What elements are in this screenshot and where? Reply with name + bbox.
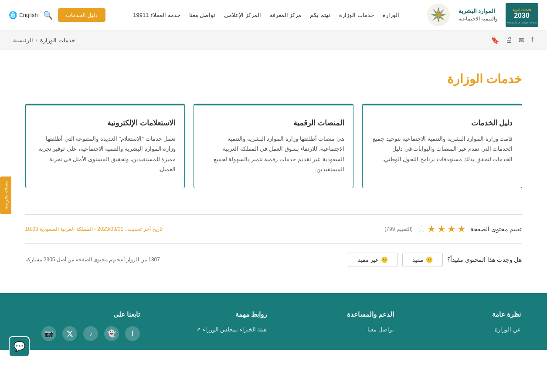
chat-icon: 💬 (14, 341, 25, 350)
footer-link-experts[interactable]: هيئة الخبراء بمجلس الوزراء ↗ (153, 326, 267, 333)
breadcrumb: خدمات الوزارة › الرئيسية (13, 37, 75, 44)
toolbar: ⤴ ✉ 🖨 🔖 خدمات الوزارة › الرئيسية (0, 30, 547, 50)
search-icon: 🔍 (43, 11, 53, 20)
search-button[interactable]: 🔍 (43, 10, 53, 20)
card-title-0: دليل الخدمات (371, 118, 513, 128)
ministry-logo: الموارد البشرية والتنمية الاجتماعية (459, 7, 498, 23)
toolbar-actions: ⤴ ✉ 🖨 🔖 (491, 36, 534, 44)
print-icon: 🖨 (506, 36, 513, 44)
footer-link-about[interactable]: عن الوزارة (407, 326, 521, 333)
nav-care[interactable]: نهتم بكم (310, 12, 330, 18)
feedback-section: هل وجدت هذا المحتوى مفيداً؟ 🙂 مفيد 🙁 غير… (25, 243, 522, 276)
ministry-name: الموارد البشرية (459, 7, 496, 15)
svg-text:VISION الرؤية: VISION الرؤية (513, 8, 531, 12)
not-useful-button[interactable]: 🙁 غير مفيد (348, 253, 398, 267)
rating-section: تقييم محتوى الصفحة ☆ ★ ★ ★ ★ (التقييم 79… (25, 214, 522, 243)
not-useful-label: غير مفيد (358, 257, 378, 263)
feedback-stats: 1307 من الزوار أعجبهم محتوى الصفحة من أص… (25, 257, 160, 263)
social-instagram[interactable]: 📷 (41, 326, 56, 341)
footer-section-overview: نظرة عامة عن الوزارة (407, 311, 521, 341)
email-button[interactable]: ✉ (519, 36, 524, 44)
useful-button[interactable]: 🙂 مفيد (402, 253, 443, 267)
useful-label: مفيد (412, 257, 423, 263)
ministry-name2: والتنمية الاجتماعية (459, 15, 498, 23)
star-1[interactable]: ☆ (417, 223, 426, 235)
share-button[interactable]: ⤴ (530, 36, 534, 44)
stars-container: ☆ ★ ★ ★ ★ (417, 223, 466, 235)
useful-icon: 🙂 (426, 257, 433, 263)
card-title-2: الاستعلامات الإلكترونية (34, 118, 176, 128)
print-button[interactable]: 🖨 (506, 36, 513, 44)
cards-grid: دليل الخدمات قامت وزارة الموارد البشرية … (25, 104, 522, 188)
globe-icon: 🌐 (9, 11, 17, 19)
footer-section-support: الدعم والمساعدة تواصل معنا (280, 311, 394, 341)
side-tab[interactable]: نسخة تجريبية (0, 176, 11, 214)
footer-title-3: تابعنا على (26, 311, 140, 318)
lang-label: English (19, 12, 38, 18)
svg-text:KINGDOM OF SAUDI ARABIA: KINGDOM OF SAUDI ARABIA (507, 21, 537, 24)
breadcrumb-home[interactable]: الرئيسية (13, 37, 33, 44)
svg-marker-6 (433, 10, 444, 20)
nav-contact[interactable]: تواصل معنا (189, 12, 216, 18)
social-icons-container: f 👻 ♪ 📷 (26, 326, 140, 341)
rating-right: تقييم محتوى الصفحة ☆ ★ ★ ★ ★ (التقييم 79… (384, 223, 522, 235)
card-digital-platforms[interactable]: المنصات الرقمية هي منصات أطلقتها وزارة ا… (194, 104, 353, 188)
star-4[interactable]: ★ (447, 223, 456, 235)
footer-title-0: نظرة عامة (407, 311, 521, 318)
star-3[interactable]: ★ (437, 223, 446, 235)
bookmark-icon: 🔖 (491, 37, 499, 44)
footer-title-1: الدعم والمساعدة (280, 311, 394, 318)
card-title-1: المنصات الرقمية (203, 118, 344, 128)
social-twitter[interactable] (62, 326, 77, 341)
footer-title-2: روابط مهمة (153, 311, 267, 318)
header: VISION الرؤية 2030 KINGDOM OF SAUDI ARAB… (0, 0, 547, 30)
bookmark-button[interactable]: 🔖 (491, 36, 499, 44)
social-facebook[interactable]: f (125, 326, 140, 341)
card-service-guide[interactable]: دليل الخدمات قامت وزارة الموارد البشرية … (362, 104, 522, 188)
header-right: VISION الرؤية 2030 KINGDOM OF SAUDI ARAB… (427, 3, 538, 27)
guide-button[interactable]: دليل الخدمات (58, 8, 106, 22)
main-nav: الوزارة خدمات الوزارة نهتم بكم مركز المع… (105, 12, 426, 18)
social-tiktok[interactable]: ♪ (83, 326, 98, 341)
card-electronic-inquiries[interactable]: الاستعلامات الإلكترونية تعمل خدمات "الاس… (25, 104, 185, 188)
tiktok-icon: ♪ (89, 330, 92, 337)
twitter-x-icon (66, 330, 73, 337)
page-title: خدمات الوزارة (25, 72, 522, 86)
not-useful-icon: 🙁 (381, 257, 388, 263)
card-text-1: هي منصات أطلقتها وزارة الموارد البشرية و… (203, 134, 344, 175)
footer-link-contact[interactable]: تواصل معنا (280, 326, 394, 333)
nav-knowledge[interactable]: مركز المعرفة (270, 12, 302, 18)
card-text-0: قامت وزارة الموارد البشرية والتنمية الاج… (371, 134, 513, 164)
star-2[interactable]: ★ (427, 223, 436, 235)
header-left: دليل الخدمات 🔍 English 🌐 (9, 8, 105, 22)
svg-text:2030: 2030 (514, 12, 530, 19)
feedback-right: هل وجدت هذا المحتوى مفيداً؟ 🙂 مفيد 🙁 غير… (348, 253, 522, 267)
star-5[interactable]: ★ (457, 223, 466, 235)
footer-section-social: تابعنا على f 👻 ♪ 📷 (26, 311, 140, 341)
nav-media[interactable]: المركز الإعلامي (224, 12, 261, 18)
feedback-label: هل وجدت هذا المحتوى مفيداً؟ (447, 256, 522, 263)
nav-ministry[interactable]: الوزارة (383, 12, 399, 18)
main-content: خدمات الوزارة دليل الخدمات قامت وزارة ال… (12, 50, 535, 293)
chat-button[interactable]: 💬 (9, 336, 30, 350)
facebook-icon: f (132, 330, 133, 338)
nav-customer-service[interactable]: خدمة العملاء 19911 (133, 12, 180, 18)
email-icon: ✉ (519, 37, 524, 44)
snapchat-icon: 👻 (107, 329, 116, 338)
breadcrumb-separator: › (36, 37, 37, 43)
instagram-icon: 📷 (44, 329, 53, 338)
ministry-icon (427, 3, 451, 27)
footer-section-links: روابط مهمة هيئة الخبراء بمجلس الوزراء ↗ (153, 311, 267, 341)
social-snapchat[interactable]: 👻 (104, 326, 119, 341)
breadcrumb-current: خدمات الوزارة (40, 37, 75, 44)
rating-label: تقييم محتوى الصفحة (470, 226, 522, 233)
footer: نظرة عامة عن الوزارة الدعم والمساعدة توا… (0, 293, 547, 350)
rating-count: (التقييم 799) (384, 226, 412, 232)
card-text-2: تعمل خدمات "الاستعلام" العديدة والمتنوعة… (34, 134, 176, 175)
vision-logo: VISION الرؤية 2030 KINGDOM OF SAUDI ARAB… (506, 3, 538, 27)
nav-ministry-services[interactable]: خدمات الوزارة (339, 12, 374, 18)
language-switcher[interactable]: English 🌐 (9, 11, 38, 19)
update-info: تاريخ آخر تحديث : 2023/03/01 - المملكة ا… (25, 226, 163, 232)
share-icon: ⤴ (530, 36, 534, 44)
